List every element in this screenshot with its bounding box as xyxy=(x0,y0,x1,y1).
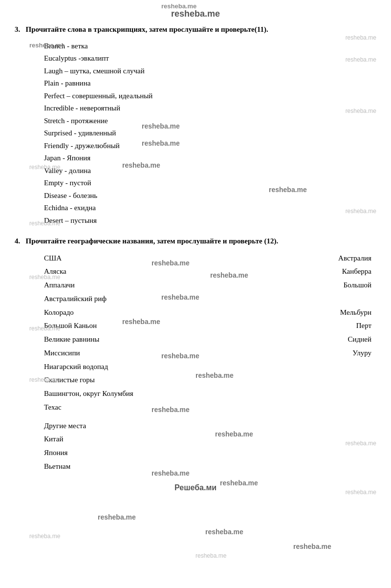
list-item: Канберра xyxy=(279,265,371,279)
page: resheba.me 3. Прочитайте слова в транскр… xyxy=(0,0,391,502)
geo-right-column: Австралия Канберра Большой Мельбурн Перт… xyxy=(279,252,376,414)
list-item: Миссисипи xyxy=(44,347,279,360)
list-item: Колорадо xyxy=(44,306,279,320)
list-item: Аляска xyxy=(44,265,279,279)
list-item: Surprised - удивленный xyxy=(44,127,376,140)
list-item: США xyxy=(44,252,279,265)
list-item: Австралийский риф xyxy=(44,292,279,306)
list-item: Echidna - ехидна xyxy=(44,202,376,215)
list-item: Япония xyxy=(44,446,376,460)
list-item: Сидней xyxy=(279,333,371,347)
list-item: Другие места xyxy=(44,419,376,433)
list-item: Japan - Япония xyxy=(44,152,376,165)
footer: Решеба.ми xyxy=(15,483,376,492)
list-item: Incredible - невероятный xyxy=(44,102,376,115)
list-item: Аппалачи xyxy=(44,279,279,292)
list-item: Вьетнам xyxy=(44,460,376,474)
watermark: resheba.me xyxy=(29,533,60,540)
list-item: Улуру xyxy=(279,347,371,360)
list-item xyxy=(279,292,371,306)
list-item: Перт xyxy=(279,319,371,333)
watermark: resheba.me xyxy=(98,513,136,521)
geo-left-column: США Аляска Аппалачи Австралийский риф Ко… xyxy=(44,252,279,414)
list-item: Eucalyptus -эвкалипт xyxy=(44,52,376,65)
section-3-title: 3. Прочитайте слова в транскрипциях, зат… xyxy=(15,24,376,35)
section-4-number: 4. xyxy=(15,237,20,245)
list-item: Empty - пустой xyxy=(44,177,376,190)
other-places: Другие места Китай Япония Вьетнам xyxy=(44,419,376,474)
list-item: Австралия xyxy=(279,252,371,265)
section-3: 3. Прочитайте слова в транскрипциях, зат… xyxy=(15,24,376,227)
list-item: Friendly - дружелюбный xyxy=(44,140,376,152)
list-item: Мельбурн xyxy=(279,306,371,320)
site-header: resheba.me xyxy=(15,5,376,24)
list-item: Laugh – шутка, смешной случай xyxy=(44,65,376,78)
list-item: Branch - ветка xyxy=(44,40,376,53)
section-3-word-list: Branch - ветка Eucalyptus -эвкалипт Laug… xyxy=(44,40,376,227)
section-3-text: Прочитайте слова в транскрипциях, затем … xyxy=(26,25,268,33)
section-3-number: 3. xyxy=(15,25,20,33)
list-item: Большой Каньон xyxy=(44,319,279,333)
geo-columns: США Аляска Аппалачи Австралийский риф Ко… xyxy=(44,252,376,414)
list-item: Plain - равнина xyxy=(44,77,376,90)
watermark: resheba.me xyxy=(196,552,226,559)
watermark: resheba.me xyxy=(293,543,331,550)
list-item: Техас xyxy=(44,401,279,414)
list-item: Великие равнины xyxy=(44,333,279,347)
list-item: Perfect – совершенный, идеальный xyxy=(44,90,376,103)
list-item: Stretch - протяжение xyxy=(44,115,376,128)
watermark: resheba.me xyxy=(205,528,243,536)
list-item: Disease - болезнь xyxy=(44,190,376,202)
section-4-text: Прочитайте географические названия, зате… xyxy=(26,237,279,245)
list-item: Valley - долина xyxy=(44,165,376,177)
section-4: 4. Прочитайте географические названия, з… xyxy=(15,236,376,474)
list-item: Desert – пустыня xyxy=(44,215,376,227)
list-item: Большой xyxy=(279,279,371,292)
section-4-title: 4. Прочитайте географические названия, з… xyxy=(15,236,376,247)
list-item: Вашингтон, округ Колумбия xyxy=(44,387,279,401)
list-item: Ниагарский водопад xyxy=(44,360,279,374)
list-item: Скалистые горы xyxy=(44,373,279,387)
list-item: Китай xyxy=(44,433,376,446)
